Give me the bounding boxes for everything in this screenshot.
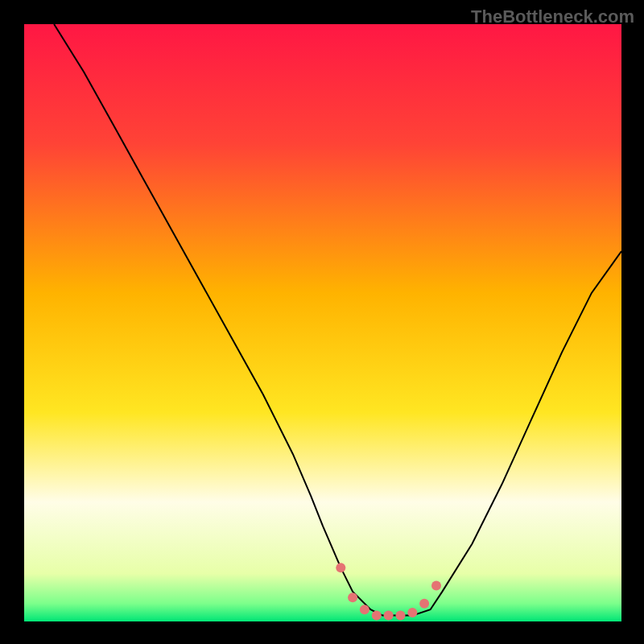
watermark-text: TheBottleneck.com [471,6,634,27]
svg-rect-0 [24,24,621,621]
gradient-background [24,24,621,621]
plot-area [24,24,621,621]
chart-container: TheBottleneck.com [0,0,644,644]
